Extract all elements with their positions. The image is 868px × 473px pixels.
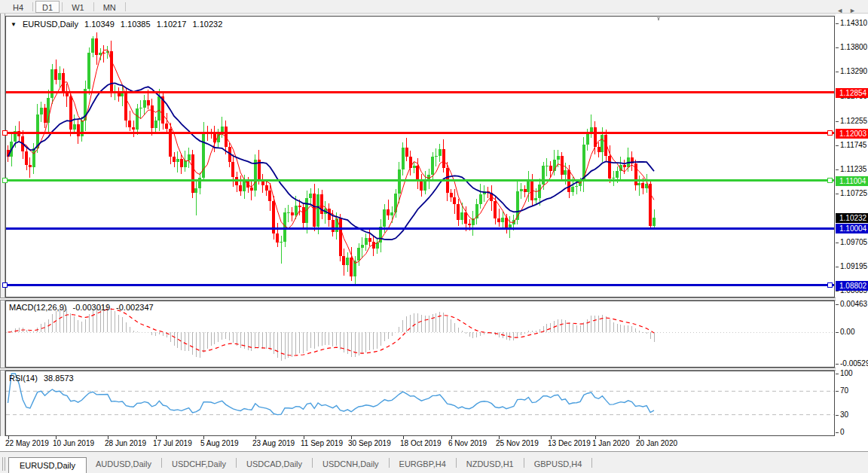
hline-handle[interactable] [2, 282, 8, 288]
bear-candle[interactable] [598, 147, 601, 153]
bull-candle[interactable] [402, 148, 405, 169]
bear-candle[interactable] [453, 197, 456, 204]
bear-candle[interactable] [231, 162, 234, 177]
chart-tab-gbpusd[interactable]: GBPUSD,H4 [525, 456, 591, 473]
bull-candle[interactable] [601, 135, 604, 152]
bear-candle[interactable] [302, 207, 305, 223]
chart-tab-nzdusd[interactable]: NZDUSD,H1 [457, 456, 523, 473]
bull-candle[interactable] [280, 242, 283, 243]
bear-candle[interactable] [368, 238, 371, 241]
bear-candle[interactable] [173, 157, 176, 163]
bull-candle[interactable] [564, 170, 567, 175]
bull-candle[interactable] [516, 191, 519, 220]
bear-candle[interactable] [77, 124, 80, 136]
bull-candle[interactable] [612, 178, 615, 179]
bear-candle[interactable] [298, 206, 301, 208]
bear-candle[interactable] [350, 258, 353, 276]
bear-candle[interactable] [25, 151, 28, 165]
timeframe-button-d1[interactable]: D1 [35, 1, 60, 13]
bull-candle[interactable] [653, 218, 656, 226]
bull-candle[interactable] [361, 245, 364, 248]
price-axis[interactable]: 1.143101.138001.132901.127801.122551.117… [836, 14, 868, 451]
bear-candle[interactable] [464, 212, 467, 224]
bull-candle[interactable] [479, 194, 482, 204]
bear-candle[interactable] [332, 220, 335, 232]
rsi-canvas[interactable] [6, 371, 834, 435]
hline-handle[interactable] [827, 178, 833, 183]
bull-candle[interactable] [87, 53, 90, 88]
bull-candle[interactable] [154, 121, 157, 127]
bear-candle[interactable] [342, 256, 345, 265]
bull-candle[interactable] [157, 96, 160, 121]
hline-handle[interactable] [827, 282, 833, 288]
bear-candle[interactable] [239, 185, 242, 191]
main-chart-panel[interactable] [5, 16, 835, 298]
bull-candle[interactable] [309, 194, 312, 198]
bear-candle[interactable] [128, 121, 131, 127]
main-chart-canvas[interactable] [6, 17, 834, 297]
bull-candle[interactable] [287, 212, 290, 213]
bull-candle[interactable] [557, 156, 560, 160]
bear-candle[interactable] [147, 100, 150, 105]
bull-candle[interactable] [198, 178, 201, 188]
bull-candle[interactable] [36, 114, 39, 148]
bull-candle[interactable] [571, 187, 574, 191]
bear-candle[interactable] [530, 179, 533, 200]
bear-candle[interactable] [265, 185, 268, 191]
bear-candle[interactable] [69, 96, 72, 130]
bear-candle[interactable] [268, 191, 271, 200]
rsi-panel[interactable] [5, 371, 835, 436]
bear-candle[interactable] [44, 108, 47, 123]
bull-candle[interactable] [243, 182, 246, 191]
bull-candle[interactable] [637, 183, 640, 185]
bull-candle[interactable] [501, 218, 504, 222]
bear-candle[interactable] [191, 154, 194, 193]
bear-candle[interactable] [313, 194, 316, 227]
chart-tab-audusd[interactable]: AUDUSD,Daily [87, 456, 160, 473]
bear-candle[interactable] [405, 148, 408, 157]
bull-candle[interactable] [390, 212, 393, 215]
bull-candle[interactable] [316, 194, 319, 227]
bull-candle[interactable] [176, 159, 179, 162]
bear-candle[interactable] [409, 157, 412, 168]
bear-candle[interactable] [124, 93, 127, 121]
bull-candle[interactable] [357, 248, 360, 261]
timeframe-button-w1[interactable]: W1 [65, 1, 91, 13]
bear-candle[interactable] [641, 183, 644, 188]
chart-tab-usdchf[interactable]: USDCHF,Daily [163, 456, 235, 473]
bear-candle[interactable] [132, 127, 135, 130]
bull-candle[interactable] [99, 53, 102, 55]
bull-candle[interactable] [413, 166, 416, 168]
date-axis[interactable]: 22 May 201910 Jun 201928 Jun 201917 Jul … [0, 436, 868, 451]
bear-candle[interactable] [416, 166, 419, 179]
bull-candle[interactable] [520, 189, 523, 191]
bear-candle[interactable] [29, 165, 32, 167]
bull-candle[interactable] [575, 186, 578, 187]
bull-candle[interactable] [194, 188, 197, 193]
tabbar-grip[interactable] [2, 457, 5, 471]
bear-candle[interactable] [450, 193, 453, 197]
hline-handle[interactable] [2, 178, 8, 183]
bull-candle[interactable] [394, 194, 397, 212]
hline-handle[interactable] [827, 130, 833, 136]
chart-dropdown-icon[interactable]: ▼ [11, 21, 17, 28]
bear-candle[interactable] [497, 218, 500, 222]
bull-candle[interactable] [346, 258, 349, 266]
bull-candle[interactable] [542, 166, 545, 185]
bull-candle[interactable] [439, 149, 442, 156]
bear-candle[interactable] [165, 124, 168, 130]
bull-candle[interactable] [254, 160, 257, 190]
bull-candle[interactable] [383, 209, 386, 227]
bull-candle[interactable] [586, 134, 589, 145]
bear-candle[interactable] [505, 218, 508, 228]
bear-candle[interactable] [549, 166, 552, 171]
bull-candle[interactable] [91, 38, 94, 53]
bear-candle[interactable] [387, 209, 390, 215]
bear-candle[interactable] [276, 233, 279, 243]
bull-candle[interactable] [365, 238, 368, 244]
bear-candle[interactable] [95, 38, 98, 54]
bull-candle[interactable] [546, 166, 549, 166]
bear-candle[interactable] [291, 212, 294, 215]
bear-candle[interactable] [180, 159, 183, 167]
bull-candle[interactable] [136, 108, 139, 130]
